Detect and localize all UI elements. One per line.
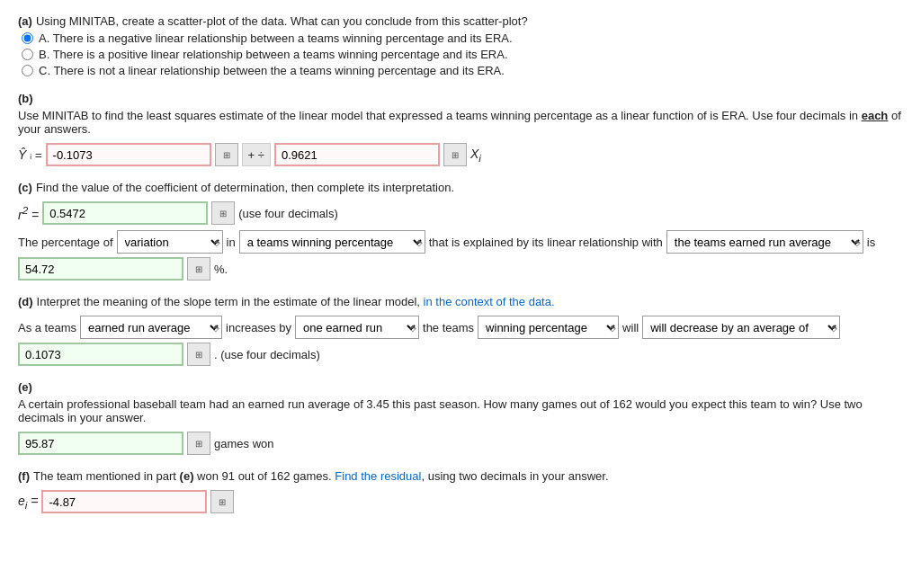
section-b-formula-row: Ŷ ᵢ = ⊞ + ÷ ⊞ Xi	[18, 143, 903, 166]
games-won-label: games won	[214, 437, 273, 450]
operator-box: + ÷	[242, 143, 271, 166]
section-f-answer-row: ei = ⊞	[18, 490, 903, 513]
decrease-select-wrapper[interactable]: will decrease by an average of will incr…	[642, 316, 840, 339]
d-the-teams: the teams	[423, 321, 474, 334]
xi-label: Xi	[470, 147, 481, 164]
y-hat-symbol: Ŷ	[18, 147, 26, 162]
decrease-select[interactable]: will decrease by an average of will incr…	[642, 316, 840, 339]
one-run-select[interactable]: one earned run two earned runs	[295, 316, 419, 339]
d-increases: increases by	[226, 321, 291, 334]
variation-select-wrapper[interactable]: variation observations	[117, 230, 223, 254]
radio-B-label: B. There is a positive linear relationsh…	[39, 48, 508, 61]
section-c-r2-row: r2 = ⊞ (use four decimals)	[18, 201, 903, 225]
section-f: (f) The team mentioned in part (e) won 9…	[18, 469, 903, 513]
radio-A-label: A. There is a negative linear relationsh…	[39, 31, 513, 45]
section-d-question: (d) Interpret the meaning of the slope t…	[18, 295, 903, 308]
one-run-select-wrapper[interactable]: one earned run two earned runs	[295, 316, 419, 339]
section-d-label: (d)	[18, 295, 33, 308]
interp-in: in	[227, 236, 236, 249]
grid-icon-slope[interactable]: ⊞	[187, 343, 210, 366]
residual-input[interactable]	[41, 490, 207, 513]
section-e-question: (e) A certain professional baseball team…	[18, 380, 903, 424]
winning-pct-select[interactable]: a teams winning percentage the teams ERA	[239, 230, 425, 254]
section-b-label: (b)	[18, 92, 33, 105]
grid-icon-pct[interactable]: ⊞	[187, 257, 210, 281]
section-b-text: Use MINITAB to find the least squares es…	[18, 109, 903, 136]
section-e-text: A certain professional baseball team had…	[18, 397, 903, 424]
win-pct-select-wrapper[interactable]: winning percentage ERA	[478, 316, 619, 339]
radio-group-a: A. There is a negative linear relationsh…	[22, 31, 903, 77]
section-b: (b) Use MINITAB to find the least square…	[18, 92, 903, 166]
era-select[interactable]: the teams earned run average winning per…	[666, 230, 863, 254]
page: (a) Using MINITAB, create a scatter-plot…	[0, 0, 921, 588]
d-will: will	[622, 321, 639, 334]
era-avg-select[interactable]: earned run average winning percentage	[80, 316, 222, 339]
equals-i: ᵢ =	[30, 148, 41, 162]
section-d-value-row: ⊞ . (use four decimals)	[18, 343, 903, 366]
section-c-question: (c) Find the value of the coefficient of…	[18, 181, 903, 194]
coeff2-input[interactable]	[274, 143, 440, 166]
section-d: (d) Interpret the meaning of the slope t…	[18, 295, 903, 366]
section-c-interp-row: The percentage of variation observations…	[18, 230, 903, 254]
pct-input[interactable]	[18, 257, 183, 281]
section-e-answer-row: ⊞ games won	[18, 432, 903, 455]
games-input[interactable]	[18, 432, 183, 455]
radio-C[interactable]	[22, 65, 33, 76]
win-pct-select[interactable]: winning percentage ERA	[478, 316, 619, 339]
grid-icon-residual[interactable]: ⊞	[210, 490, 234, 513]
section-d-interp-row: As a teams earned run average winning pe…	[18, 316, 903, 339]
d-prefix: As a teams	[18, 321, 76, 334]
section-a: (a) Using MINITAB, create a scatter-plot…	[18, 14, 903, 77]
radio-A[interactable]	[22, 32, 33, 44]
section-c-text: Find the value of the coefficient of det…	[36, 181, 454, 194]
radio-item-A[interactable]: A. There is a negative linear relationsh…	[22, 31, 903, 45]
section-f-text: The team mentioned in part (e) won 91 ou…	[33, 469, 609, 483]
section-b-question: (b) Use MINITAB to find the least square…	[18, 92, 903, 136]
pct-symbol: %.	[214, 263, 228, 276]
use-four-decimals: (use four decimals)	[238, 207, 338, 220]
ei-symbol: ei =	[18, 494, 38, 511]
interp-is: is	[867, 236, 875, 249]
interp-explained: that is explained by its linear relation…	[429, 236, 663, 249]
section-c: (c) Find the value of the coefficient of…	[18, 181, 903, 281]
section-c-pct-row: ⊞ %.	[18, 257, 903, 281]
section-c-label: (c)	[18, 181, 32, 194]
grid-icon-r2[interactable]: ⊞	[211, 201, 235, 225]
grid-icon-games[interactable]: ⊞	[187, 432, 210, 455]
era-select-wrapper[interactable]: the teams earned run average winning per…	[666, 230, 863, 254]
section-f-question: (f) The team mentioned in part (e) won 9…	[18, 469, 903, 483]
winning-pct-select-wrapper[interactable]: a teams winning percentage the teams ERA	[239, 230, 425, 254]
slope-input[interactable]	[18, 343, 183, 366]
r2-input[interactable]	[42, 201, 208, 225]
section-d-text: Interpret the meaning of the slope term …	[37, 295, 555, 308]
section-a-label: (a)	[18, 14, 32, 28]
variation-select[interactable]: variation observations	[117, 230, 223, 254]
section-f-label: (f)	[18, 469, 30, 483]
coeff1-input[interactable]	[46, 143, 211, 166]
radio-item-B[interactable]: B. There is a positive linear relationsh…	[22, 48, 903, 61]
r2-symbol: r2 =	[18, 204, 39, 222]
grid-icon-1[interactable]: ⊞	[215, 143, 238, 166]
section-e-label: (e)	[18, 380, 32, 394]
section-a-text: Using MINITAB, create a scatter-plot of …	[36, 14, 528, 28]
section-e: (e) A certain professional baseball team…	[18, 380, 903, 455]
section-a-question: (a) Using MINITAB, create a scatter-plot…	[18, 14, 903, 28]
radio-C-label: C. There is not a linear relationship be…	[39, 64, 505, 77]
era-avg-select-wrapper[interactable]: earned run average winning percentage	[80, 316, 222, 339]
grid-icon-2[interactable]: ⊞	[443, 143, 467, 166]
d-use-four: . (use four decimals)	[214, 348, 320, 361]
radio-B[interactable]	[22, 49, 33, 60]
interp-prefix: The percentage of	[18, 236, 113, 249]
radio-item-C[interactable]: C. There is not a linear relationship be…	[22, 64, 903, 77]
